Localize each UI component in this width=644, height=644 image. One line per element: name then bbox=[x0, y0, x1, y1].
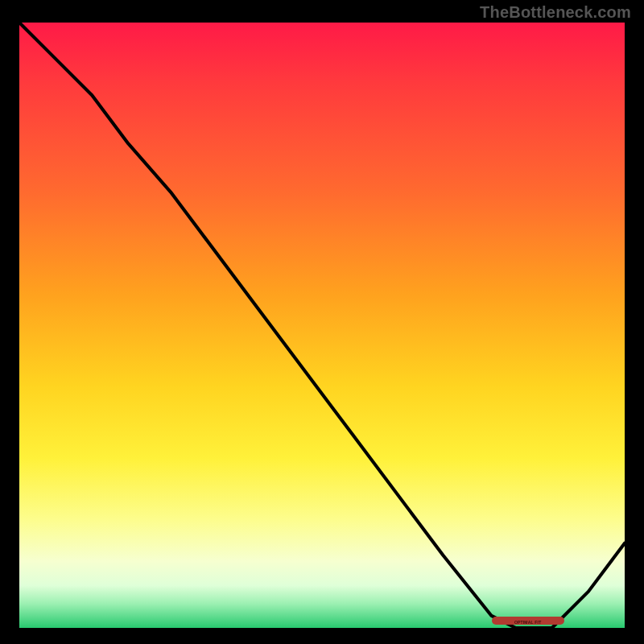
watermark-text: TheBottleneck.com bbox=[480, 3, 631, 22]
chart-root: TheBottleneck.com OPTIMAL FIT bbox=[0, 0, 644, 644]
line-layer bbox=[19, 23, 625, 628]
optimal-zone-marker bbox=[492, 617, 564, 624]
plot-area: OPTIMAL FIT bbox=[19, 23, 625, 628]
bottleneck-curve bbox=[19, 23, 625, 628]
